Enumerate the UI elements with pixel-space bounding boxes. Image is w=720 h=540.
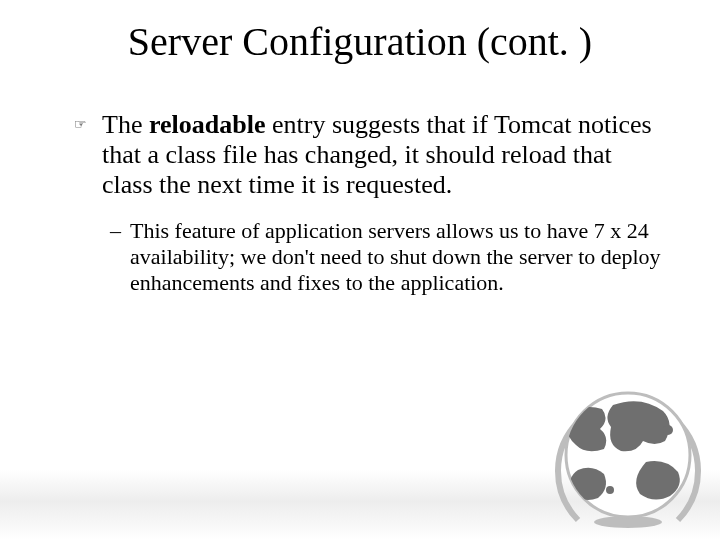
bullet-item: ☞ The reloadable entry suggests that if … <box>74 110 666 200</box>
svg-point-4 <box>606 486 614 494</box>
dash-icon: – <box>110 218 130 244</box>
bullet-prefix: The <box>102 110 149 139</box>
globe-icon <box>518 370 708 530</box>
sub-bullet-item: – This feature of application servers al… <box>110 218 666 296</box>
svg-point-3 <box>663 425 673 435</box>
slide: Server Configuration (cont. ) ☞ The relo… <box>0 0 720 540</box>
slide-title: Server Configuration (cont. ) <box>0 18 720 65</box>
slide-body: ☞ The reloadable entry suggests that if … <box>74 110 666 296</box>
bullet-text: The reloadable entry suggests that if To… <box>102 110 666 200</box>
sub-bullet-text: This feature of application servers allo… <box>130 218 666 296</box>
bullet-bold: reloadable <box>149 110 266 139</box>
pointing-hand-icon: ☞ <box>74 110 102 140</box>
